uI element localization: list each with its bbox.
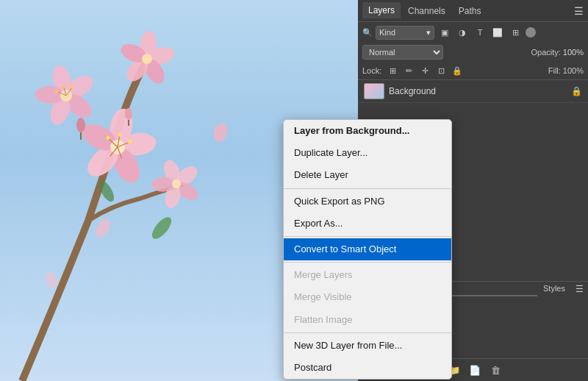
lock-paint-icon[interactable]: ✏ [402, 64, 415, 77]
lock-move-icon[interactable]: ✛ [418, 64, 431, 77]
fill-control: Fill: 100% [548, 66, 584, 75]
menu-item-duplicate-layer...[interactable]: Duplicate Layer... [284, 142, 451, 164]
lock-label: Lock: [362, 66, 381, 75]
fill-label: Fill: [548, 66, 561, 75]
lock-bar: Lock: ⊞ ✏ ✛ ⊡ 🔒 Fill: 100% [358, 62, 588, 80]
menu-separator [284, 188, 451, 189]
menu-item-layer-from-background...[interactable]: Layer from Background... [284, 120, 451, 142]
menu-item-delete-layer[interactable]: Delete Layer [284, 164, 451, 186]
menu-separator [284, 236, 451, 237]
layer-lock-icon: 🔒 [571, 86, 582, 96]
tab-layers[interactable]: Layers [362, 2, 401, 20]
menu-item-postcard[interactable]: Postcard [284, 357, 451, 379]
filter-kind-select[interactable]: Kind ▾ [376, 26, 434, 40]
fill-value[interactable]: 100% [563, 66, 584, 75]
filter-pixel-icon[interactable]: ▣ [437, 25, 452, 40]
layer-name: Background [389, 86, 567, 96]
menu-item-convert-to-smart-object[interactable]: Convert to Smart Object [284, 238, 451, 260]
filter-status-dot[interactable] [526, 27, 536, 38]
menu-item-merge-visible: Merge Visible [284, 286, 451, 308]
delete-layer-btn[interactable]: 🗑 [487, 362, 503, 378]
context-menu: Layer from Background...Duplicate Layer.… [283, 119, 452, 380]
tab-channels[interactable]: Channels [402, 3, 451, 19]
opacity-control: Opacity: 100% [531, 48, 584, 57]
sub-panel-menu[interactable]: ☰ [571, 282, 588, 296]
layer-item[interactable]: Background 🔒 [358, 80, 588, 103]
layer-thumbnail [364, 83, 384, 99]
add-layer-btn[interactable]: 📄 [467, 362, 483, 378]
styles-tab[interactable]: Styles [537, 282, 571, 296]
tab-paths[interactable]: Paths [453, 3, 487, 19]
filter-type-icon[interactable]: T [473, 25, 487, 40]
blend-opacity-bar: Normal Opacity: 100% [358, 43, 588, 62]
opacity-label: Opacity: [531, 48, 561, 57]
menu-item-new-3d-layer-from-file...[interactable]: New 3D Layer from File... [284, 335, 451, 357]
filter-bar: 🔍 Kind ▾ ▣ ◑ T ⬜ ⊞ [358, 22, 588, 43]
menu-separator [284, 332, 451, 333]
menu-item-flatten-image: Flatten Image [284, 309, 451, 331]
lock-artboard-icon[interactable]: ⊡ [434, 64, 448, 77]
svg-point-44 [125, 108, 132, 120]
search-icon: 🔍 [362, 28, 373, 38]
filter-smart-icon[interactable]: ⊞ [508, 25, 523, 40]
menu-item-merge-layers: Merge Layers [284, 264, 451, 286]
filter-adjustment-icon[interactable]: ◑ [455, 25, 470, 40]
lock-transparent-icon[interactable]: ⊞ [386, 64, 399, 77]
blend-mode-select[interactable]: Normal [362, 45, 443, 60]
lock-icons: ⊞ ✏ ✛ ⊡ 🔒 [386, 64, 464, 77]
menu-separator [284, 262, 451, 263]
filter-shape-icon[interactable]: ⬜ [490, 25, 505, 40]
opacity-value[interactable]: 100% [563, 48, 584, 57]
menu-item-export-as...[interactable]: Export As... [284, 213, 451, 235]
panel-tabs: Layers Channels Paths ☰ [358, 0, 588, 22]
svg-point-42 [76, 118, 85, 132]
lock-all-icon[interactable]: 🔒 [451, 64, 464, 77]
menu-item-quick-export-as-png[interactable]: Quick Export as PNG [284, 190, 451, 213]
panel-menu-icon[interactable]: ☰ [574, 5, 584, 17]
